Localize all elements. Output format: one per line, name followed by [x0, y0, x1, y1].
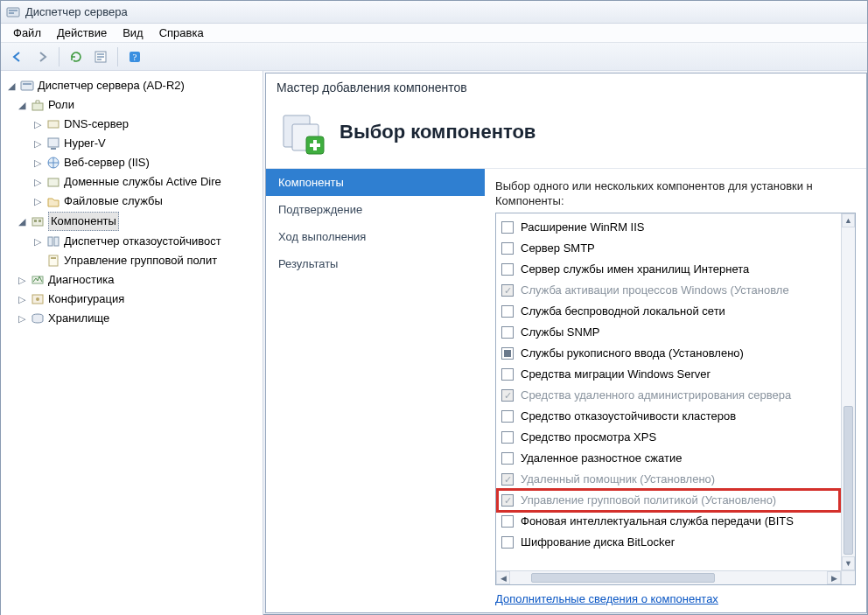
step-progress[interactable]: Ход выполнения	[266, 223, 485, 250]
refresh-button[interactable]	[65, 46, 88, 67]
checkbox[interactable]	[501, 368, 514, 381]
expand-icon[interactable]: ▷	[17, 290, 27, 308]
menu-file[interactable]: Файл	[6, 24, 48, 41]
checkbox[interactable]	[501, 515, 514, 528]
list-item[interactable]: Средство отказоустойчивости кластеров	[498, 406, 839, 427]
expand-icon[interactable]: ▷	[32, 233, 43, 250]
back-button[interactable]	[6, 46, 29, 67]
list-item-gpmc[interactable]: Управление групповой политикой (Установл…	[498, 490, 839, 511]
tree-file[interactable]: ▷Файловые службы	[1, 192, 262, 211]
svg-text:?: ?	[133, 52, 137, 62]
expand-icon[interactable]: ▷	[32, 154, 43, 171]
tree-failover[interactable]: ▷Диспетчер отказоустойчивост	[1, 232, 262, 251]
step-features[interactable]: Компоненты	[266, 169, 485, 196]
expand-icon[interactable]: ▷	[17, 310, 27, 327]
list-item[interactable]: Службы рукописного ввода (Установлено)	[498, 343, 839, 364]
tree-gpmc[interactable]: Управление групповой полит	[1, 251, 262, 270]
expand-icon[interactable]: ▷	[32, 173, 43, 191]
app-icon	[6, 5, 20, 19]
help-button[interactable]: ?	[123, 46, 146, 67]
tree-adds[interactable]: ▷Доменные службы Active Dire	[1, 172, 262, 192]
label: Конфигурация	[48, 290, 124, 308]
titlebar: Диспетчер сервера	[1, 1, 867, 24]
expand-icon[interactable]: ▷	[32, 135, 43, 152]
list-item[interactable]: Удаленный помощник (Установлено)	[498, 469, 839, 490]
tree-config[interactable]: ▷Конфигурация	[1, 290, 262, 309]
tree-dns[interactable]: ▷DNS-сервер	[1, 115, 262, 134]
tree-root[interactable]: ◢ Диспетчер сервера (AD-R2)	[1, 76, 262, 95]
tree-diag[interactable]: ▷Диагностика	[1, 270, 262, 290]
label: Диагностика	[48, 271, 114, 289]
menu-action[interactable]: Действие	[50, 24, 114, 41]
collapse-icon[interactable]: ◢	[17, 213, 27, 230]
list-item[interactable]: Службы SNMP	[498, 322, 839, 343]
nav-tree[interactable]: ◢ Диспетчер сервера (AD-R2) ◢ Роли	[1, 71, 263, 615]
list-item[interactable]: Шифрование диска BitLocker	[498, 532, 839, 553]
expand-icon[interactable]: ▷	[32, 192, 43, 210]
checkbox[interactable]	[501, 326, 514, 339]
wizard-header: Выбор компонентов	[266, 100, 866, 168]
more-about-features-link[interactable]: Дополнительные сведения о компонентах	[495, 585, 856, 605]
scroll-left-icon[interactable]: ◀	[496, 571, 510, 584]
tree-roles[interactable]: ◢ Роли	[1, 95, 262, 115]
list-item[interactable]: Фоновая интеллектуальная служба передачи…	[498, 511, 839, 532]
checkbox[interactable]	[501, 410, 514, 423]
tree-storage[interactable]: ▷Хранилище	[1, 309, 262, 328]
horizontal-scrollbar[interactable]: ◀ ▶	[496, 570, 841, 584]
vertical-scrollbar[interactable]: ▲ ▼	[841, 213, 855, 570]
tree-hyperv[interactable]: ▷Hyper-V	[1, 134, 262, 153]
step-results[interactable]: Результаты	[266, 250, 485, 277]
expand-icon[interactable]: ▷	[32, 115, 43, 133]
checkbox[interactable]	[501, 536, 514, 549]
window-title: Диспетчер сервера	[25, 5, 128, 18]
collapse-icon[interactable]: ◢	[6, 77, 17, 94]
menu-view[interactable]: Вид	[116, 24, 150, 41]
adds-icon	[46, 175, 60, 189]
item-label: Шифрование диска BitLocker	[521, 535, 675, 550]
checkbox[interactable]	[501, 242, 514, 255]
collapse-icon[interactable]: ◢	[17, 96, 27, 114]
scroll-right-icon[interactable]: ▶	[827, 571, 841, 584]
svg-rect-14	[51, 148, 56, 150]
checkbox[interactable]	[501, 431, 514, 444]
item-label: Средства удаленного администрирования се…	[521, 388, 791, 403]
checkbox	[501, 473, 514, 486]
toolbar-divider-2	[117, 47, 118, 66]
checkbox[interactable]	[501, 452, 514, 465]
scrollbar-thumb[interactable]	[531, 573, 715, 583]
expand-icon[interactable]: ▷	[17, 271, 27, 289]
label: Хранилище	[48, 310, 109, 327]
toolbar: ?	[1, 43, 867, 71]
scroll-up-icon[interactable]: ▲	[842, 213, 855, 227]
wizard-content: Выбор одного или нескольких компонентов …	[485, 169, 866, 612]
wizard-icon	[280, 108, 327, 156]
list-item[interactable]: Служба беспроводной локальной сети	[498, 301, 839, 322]
scroll-down-icon[interactable]: ▼	[842, 556, 855, 570]
list-item[interactable]: Удаленное разностное сжатие	[498, 448, 839, 469]
list-item[interactable]: Средства удаленного администрирования се…	[498, 385, 839, 406]
checkbox[interactable]	[501, 263, 514, 276]
list-item[interactable]: Расширение WinRM IIS	[498, 217, 839, 238]
list-item[interactable]: Служба активации процессов Windows (Уста…	[498, 280, 839, 301]
features-listbox[interactable]: Расширение WinRM IIS Сервер SMTP Сервер …	[495, 213, 856, 585]
forward-button[interactable]	[31, 46, 53, 67]
svg-rect-9	[21, 81, 33, 90]
checkbox[interactable]	[501, 221, 514, 234]
step-confirm[interactable]: Подтверждение	[266, 196, 485, 223]
list-item[interactable]: Сервер службы имен хранилищ Интернета	[498, 259, 839, 280]
list-item[interactable]: Средства миграции Windows Server	[498, 364, 839, 385]
svg-rect-10	[23, 83, 32, 85]
properties-button[interactable]	[89, 46, 112, 67]
label: Управление групповой полит	[64, 252, 217, 269]
tree-features[interactable]: ◢ Компоненты	[1, 211, 262, 232]
checkbox[interactable]	[501, 347, 514, 360]
server-manager-window: Диспетчер сервера Файл Действие Вид Спра…	[0, 0, 868, 615]
list-item[interactable]: Сервер SMTP	[498, 238, 839, 259]
tree-iis[interactable]: ▷Веб-сервер (IIS)	[1, 153, 262, 172]
diagnostics-icon	[31, 273, 45, 287]
scrollbar-thumb[interactable]	[844, 406, 853, 555]
menu-help[interactable]: Справка	[152, 24, 211, 41]
checkbox[interactable]	[501, 305, 514, 318]
item-label: Расширение WinRM IIS	[521, 220, 645, 235]
list-item[interactable]: Средство просмотра XPS	[498, 427, 839, 448]
